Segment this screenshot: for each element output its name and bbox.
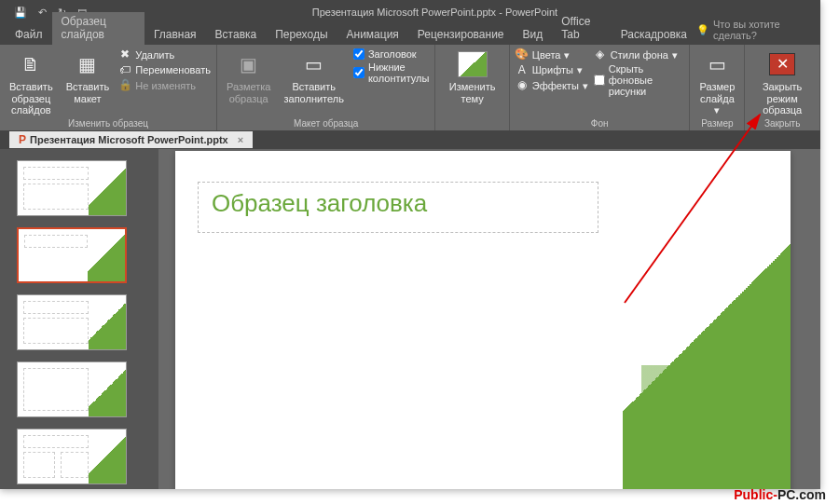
insert-placeholder-button[interactable]: ▭ Вставить заполнитель [280, 48, 347, 106]
tab-office-tab[interactable]: Office Tab [552, 12, 611, 45]
insert-slide-master-icon: 🗎 [16, 49, 46, 79]
layout-thumbnail[interactable] [17, 361, 127, 417]
theme-decoration [641, 365, 791, 489]
close-icon: ✕ [767, 49, 797, 79]
workspace: Образец заголовка [0, 149, 820, 489]
close-tab-button[interactable]: × [238, 134, 243, 145]
effects-button[interactable]: ◉Эффекты▾ [516, 78, 588, 93]
fonts-icon: A [516, 63, 529, 76]
insert-slide-master-button[interactable]: 🗎 Вставить образец слайдов [6, 48, 57, 118]
delete-button[interactable]: ✖Удалить [118, 48, 211, 62]
close-master-view-button[interactable]: ✕ Закрыть режим образца [750, 48, 814, 118]
thumbnail-panel[interactable] [0, 149, 158, 489]
preserve-icon: 🔒 [118, 79, 131, 92]
tab-animations[interactable]: Анимация [337, 25, 408, 45]
tab-view[interactable]: Вид [514, 25, 553, 45]
chevron-down-icon: ▾ [672, 48, 678, 61]
lightbulb-icon: 💡 [696, 24, 709, 36]
rename-button[interactable]: 🏷Переименовать [118, 62, 211, 77]
document-tabs: P Презентация Microsoft PowerPoint.pptx … [0, 130, 820, 149]
insert-placeholder-icon: ▭ [299, 49, 329, 79]
background-styles-icon: ◈ [594, 48, 607, 61]
layout-thumbnail[interactable] [17, 160, 127, 216]
insert-layout-button[interactable]: ▦ Вставить макет [62, 48, 114, 106]
title-checkbox[interactable]: Заголовок [353, 48, 429, 61]
themes-button[interactable]: Изменить тему [441, 48, 502, 106]
title-placeholder[interactable]: Образец заголовка [198, 182, 598, 233]
group-size: ▭ Размер слайда ▾ Размер [690, 45, 745, 130]
group-background: 🎨Цвета▾ AШрифты▾ ◉Эффекты▾ ◈Стили фона▾ … [510, 45, 691, 130]
chevron-down-icon: ▾ [714, 104, 720, 116]
slide-size-button[interactable]: ▭ Размер слайда ▾ [695, 48, 738, 118]
tell-me-search[interactable]: 💡 Что вы хотите сделать? [696, 19, 802, 45]
tab-review[interactable]: Рецензирование [408, 25, 514, 45]
layout-thumbnail[interactable] [17, 294, 127, 350]
group-edit-theme: Изменить тему [435, 45, 509, 130]
slide-size-icon: ▭ [702, 49, 732, 79]
tab-file[interactable]: Файл [6, 25, 52, 45]
fonts-button[interactable]: AШрифты▾ [516, 62, 588, 77]
window-title: Презентация Microsoft PowerPoint.pptx - … [87, 7, 783, 18]
tab-insert[interactable]: Вставка [206, 25, 267, 45]
tab-storyboard[interactable]: Раскадровка [612, 25, 696, 45]
hide-background-checkbox[interactable]: Скрыть фоновые рисунки [594, 62, 684, 98]
powerpoint-icon: P [19, 133, 26, 146]
tab-transitions[interactable]: Переходы [266, 25, 337, 45]
insert-layout-icon: ▦ [73, 49, 103, 79]
chevron-down-icon: ▾ [583, 79, 588, 92]
layout-thumbnail[interactable] [17, 227, 127, 283]
tab-home[interactable]: Главная [144, 25, 206, 45]
chevron-down-icon: ▾ [564, 48, 570, 61]
master-layout-icon: ▣ [234, 49, 264, 79]
background-styles-button[interactable]: ◈Стили фона▾ [594, 48, 684, 62]
ribbon-tabs: Файл Образец слайдов Главная Вставка Пер… [0, 24, 820, 45]
master-layout-button: ▣ Разметка образца [223, 48, 275, 106]
group-master-layout: ▣ Разметка образца ▭ Вставить заполнител… [217, 45, 435, 130]
delete-icon: ✖ [118, 48, 131, 61]
ribbon: 🗎 Вставить образец слайдов ▦ Вставить ма… [0, 45, 820, 130]
slide-canvas-area[interactable]: Образец заголовка [158, 149, 820, 489]
tab-slide-master[interactable]: Образец слайдов [52, 12, 144, 45]
rename-icon: 🏷 [118, 63, 131, 76]
watermark: Public-PC.com [734, 487, 826, 502]
colors-button[interactable]: 🎨Цвета▾ [516, 48, 588, 62]
effects-icon: ◉ [516, 79, 529, 92]
save-icon[interactable]: 💾 [14, 7, 27, 19]
footers-checkbox[interactable]: Нижние колонтитулы [353, 61, 429, 85]
layout-thumbnail[interactable] [17, 429, 127, 484]
document-tab[interactable]: P Презентация Microsoft PowerPoint.pptx … [9, 131, 253, 148]
slide-master[interactable]: Образец заголовка [175, 151, 791, 489]
preserve-button[interactable]: 🔒Не изменять [118, 78, 211, 93]
themes-icon [458, 49, 488, 79]
app-window: 💾 ↶ ↻ ▤ Презентация Microsoft PowerPoint… [0, 0, 820, 489]
colors-icon: 🎨 [516, 48, 529, 61]
chevron-down-icon: ▾ [577, 63, 583, 76]
group-close: ✕ Закрыть режим образца Закрыть [745, 45, 820, 130]
group-edit-master: 🗎 Вставить образец слайдов ▦ Вставить ма… [0, 45, 217, 130]
undo-icon[interactable]: ↶ [38, 7, 47, 19]
